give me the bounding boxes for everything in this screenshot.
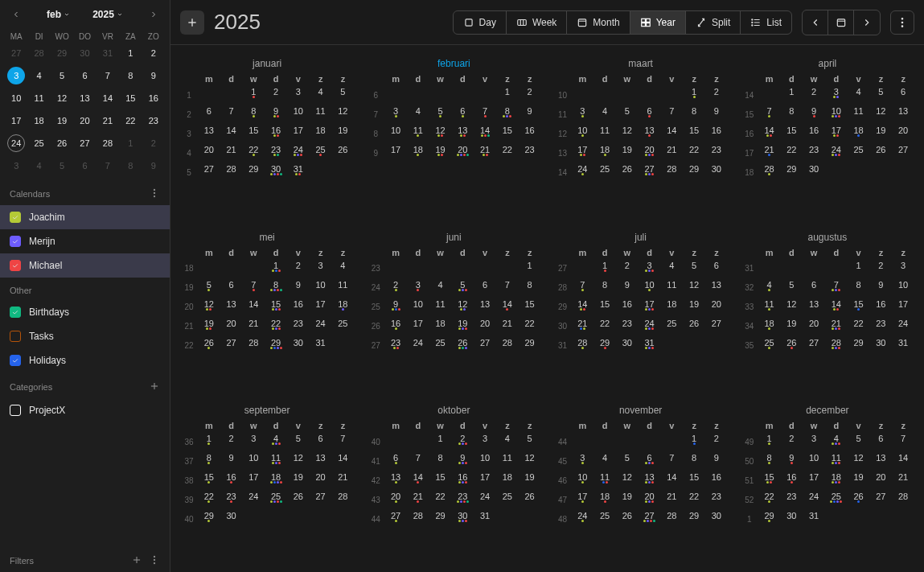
day-cell[interactable]: 22 <box>265 317 287 336</box>
day-cell[interactable] <box>870 163 893 182</box>
more-button[interactable] <box>890 10 914 35</box>
day-cell[interactable]: 13 <box>803 298 825 317</box>
day-cell[interactable]: 19 <box>683 298 705 317</box>
day-cell[interactable]: 4 <box>758 278 781 298</box>
day-cell[interactable]: 10 <box>803 451 825 471</box>
day-cell[interactable]: 5 <box>198 278 220 298</box>
day-cell[interactable]: 23 <box>384 336 407 356</box>
day-cell[interactable]: 4 <box>848 85 870 105</box>
day-cell[interactable]: 20 <box>198 143 220 163</box>
day-cell[interactable]: 25 <box>593 509 616 529</box>
day-cell[interactable]: 21 <box>332 471 355 490</box>
day-cell[interactable]: 17 <box>407 317 429 336</box>
day-cell[interactable]: 11 <box>496 451 519 471</box>
next-month-button[interactable] <box>146 6 162 23</box>
day-cell[interactable] <box>407 85 429 105</box>
mini-day[interactable]: 13 <box>73 89 96 107</box>
next-button[interactable] <box>854 10 880 35</box>
day-cell[interactable]: 18 <box>407 143 429 163</box>
day-cell[interactable] <box>892 163 914 182</box>
day-cell[interactable]: 16 <box>519 124 541 143</box>
month-dropdown[interactable]: feb <box>47 9 70 20</box>
day-cell[interactable]: 29 <box>758 509 781 529</box>
day-cell[interactable]: 6 <box>870 432 893 451</box>
day-cell[interactable] <box>243 509 265 529</box>
day-cell[interactable]: 4 <box>593 105 616 124</box>
day-cell[interactable]: 25 <box>593 163 616 182</box>
day-cell[interactable]: 28 <box>758 163 781 182</box>
day-cell[interactable]: 12 <box>616 471 639 490</box>
day-cell[interactable]: 22 <box>683 143 705 163</box>
day-cell[interactable]: 11 <box>407 124 429 143</box>
day-cell[interactable]: 30 <box>705 509 728 529</box>
day-cell[interactable]: 5 <box>452 278 474 298</box>
day-cell[interactable]: 12 <box>848 451 870 471</box>
day-cell[interactable]: 24 <box>474 490 496 509</box>
mini-day[interactable]: 28 <box>27 44 50 62</box>
day-cell[interactable]: 11 <box>429 298 452 317</box>
day-cell[interactable]: 25 <box>496 490 519 509</box>
day-cell[interactable]: 8 <box>198 451 220 471</box>
day-cell[interactable]: 17 <box>572 490 594 509</box>
mini-day[interactable]: 18 <box>27 112 50 130</box>
day-cell[interactable]: 3 <box>407 278 429 298</box>
day-cell[interactable]: 4 <box>332 259 355 278</box>
day-cell[interactable]: 12 <box>781 298 803 317</box>
day-cell[interactable]: 22 <box>519 317 541 336</box>
mini-day[interactable]: 24 <box>7 134 25 152</box>
day-cell[interactable]: 12 <box>683 278 705 298</box>
day-cell[interactable]: 12 <box>287 451 310 471</box>
day-cell[interactable]: 27 <box>639 163 661 182</box>
mini-day[interactable]: 9 <box>142 157 165 175</box>
day-cell[interactable] <box>572 85 594 105</box>
day-cell[interactable]: 7 <box>474 105 496 124</box>
day-cell[interactable]: 6 <box>474 278 496 298</box>
day-cell[interactable] <box>332 509 355 529</box>
day-cell[interactable]: 22 <box>683 490 705 509</box>
day-cell[interactable]: 8 <box>848 278 870 298</box>
day-cell[interactable]: 1 <box>265 259 287 278</box>
day-cell[interactable]: 27 <box>870 490 893 509</box>
calendar-item[interactable]: Merijn <box>0 229 170 253</box>
day-cell[interactable]: 13 <box>198 124 220 143</box>
day-cell[interactable]: 18 <box>332 298 355 317</box>
day-cell[interactable]: 8 <box>683 105 705 124</box>
day-cell[interactable]: 15 <box>265 298 287 317</box>
day-cell[interactable]: 5 <box>870 85 893 105</box>
day-cell[interactable]: 20 <box>220 317 243 336</box>
day-cell[interactable]: 24 <box>572 509 594 529</box>
day-cell[interactable] <box>407 432 429 451</box>
day-cell[interactable]: 27 <box>803 336 825 356</box>
day-cell[interactable]: 11 <box>593 124 616 143</box>
day-cell[interactable]: 7 <box>332 432 355 451</box>
day-cell[interactable]: 15 <box>781 124 803 143</box>
day-cell[interactable]: 15 <box>243 124 265 143</box>
day-cell[interactable]: 5 <box>616 451 639 471</box>
day-cell[interactable]: 8 <box>758 451 781 471</box>
day-cell[interactable]: 18 <box>758 317 781 336</box>
day-cell[interactable]: 10 <box>892 278 914 298</box>
day-cell[interactable]: 31 <box>287 163 310 182</box>
day-cell[interactable] <box>519 509 541 529</box>
day-cell[interactable]: 18 <box>310 124 332 143</box>
day-cell[interactable]: 11 <box>310 105 332 124</box>
day-cell[interactable]: 30 <box>803 163 825 182</box>
day-cell[interactable]: 4 <box>496 432 519 451</box>
calendar-item[interactable]: Holidays <box>0 348 170 372</box>
day-cell[interactable]: 13 <box>452 124 474 143</box>
day-cell[interactable]: 5 <box>332 85 355 105</box>
day-cell[interactable]: 19 <box>198 317 220 336</box>
day-cell[interactable]: 23 <box>452 490 474 509</box>
day-cell[interactable]: 7 <box>572 278 594 298</box>
day-cell[interactable]: 29 <box>683 509 705 529</box>
day-cell[interactable]: 15 <box>198 471 220 490</box>
day-cell[interactable]: 26 <box>287 490 310 509</box>
day-cell[interactable]: 20 <box>639 490 661 509</box>
day-cell[interactable]: 25 <box>310 143 332 163</box>
day-cell[interactable]: 20 <box>384 490 407 509</box>
month-title[interactable]: februari <box>367 53 540 74</box>
day-cell[interactable]: 14 <box>220 124 243 143</box>
day-cell[interactable]: 5 <box>683 259 705 278</box>
calendar-item[interactable]: Michael <box>0 253 170 278</box>
day-cell[interactable]: 21 <box>496 317 519 336</box>
